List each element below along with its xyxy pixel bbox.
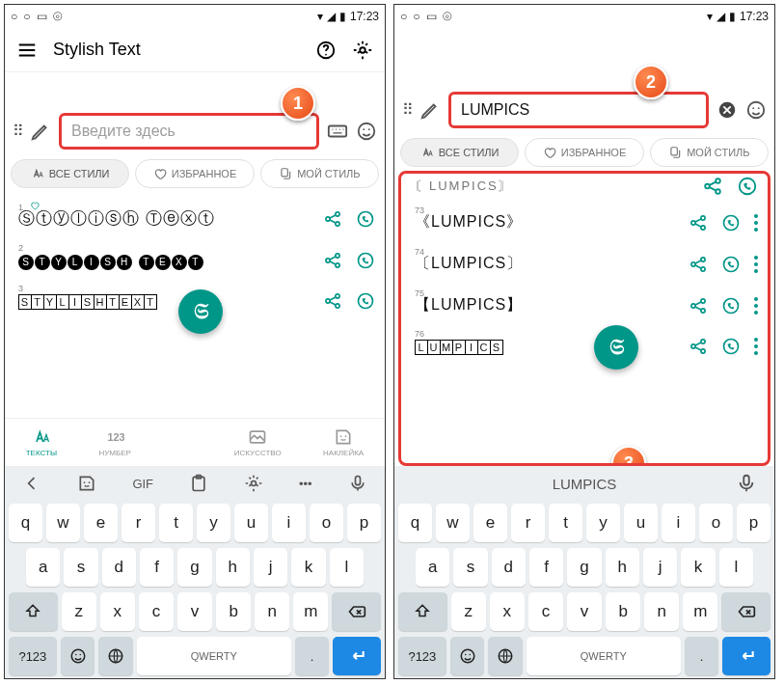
key[interactable]: o [699,504,733,542]
share-icon[interactable] [689,255,708,274]
key[interactable]: s [453,548,487,587]
key[interactable]: j [643,548,677,587]
style-item[interactable]: 76 LUMPICS [401,331,768,362]
key[interactable]: h [216,548,250,587]
key[interactable]: p [737,504,770,542]
sticker-icon[interactable] [77,474,96,493]
globe-key[interactable] [488,637,523,675]
clear-icon[interactable] [716,99,738,121]
key[interactable]: a [416,548,449,587]
key[interactable]: i [662,504,695,542]
share-icon[interactable] [689,213,708,233]
key[interactable]: h [606,548,639,587]
tab-all-styles[interactable]: ВСЕ СТИЛИ [400,138,519,167]
space-key[interactable]: QWERTY [527,637,681,675]
share-icon[interactable] [689,296,708,315]
fab-button[interactable]: 𝔖 [178,289,223,334]
key[interactable]: r [511,504,545,542]
key[interactable]: k [291,548,325,587]
text-input[interactable]: LUMPICS [448,92,709,128]
emoji-key[interactable] [61,637,95,675]
whatsapp-icon[interactable] [356,291,375,311]
tab-my-style[interactable]: МОЙ СТИЛЬ [260,159,379,188]
emoji-icon[interactable] [745,99,767,121]
key[interactable]: l [719,548,753,587]
alt-key[interactable]: ?123 [398,637,446,675]
space-key[interactable]: QWERTY [137,637,291,675]
clipboard-icon[interactable] [189,474,208,493]
style-item[interactable]: 2 STYLISH TEXT [5,245,385,276]
key[interactable]: u [624,504,658,542]
emoji-key[interactable] [450,637,485,675]
key[interactable]: e [84,504,118,542]
key[interactable]: m [293,592,328,631]
key[interactable]: a [26,548,60,587]
shift-key[interactable] [9,592,58,631]
style-item[interactable]: 1 Ⓢⓣⓨⓛⓘⓢⓗ Ⓣⓔⓧⓣ [5,202,385,235]
backspace-key[interactable] [332,592,381,631]
more-icon[interactable] [754,214,758,232]
whatsapp-icon[interactable] [721,296,741,315]
key[interactable]: j [254,548,287,587]
period-key[interactable]: . [685,637,719,675]
more-icon[interactable] [754,338,758,355]
enter-key[interactable] [333,637,381,675]
gif-button[interactable]: GIF [132,477,153,491]
key[interactable]: q [398,504,432,542]
whatsapp-icon[interactable] [721,337,741,356]
whatsapp-icon[interactable] [356,209,375,229]
key[interactable]: b [216,592,251,631]
style-item[interactable]: 74 〔LUMPICS〕 [401,248,768,280]
key[interactable]: n [255,592,289,631]
emoji-icon[interactable] [356,121,377,142]
enter-key[interactable] [722,637,770,675]
style-item[interactable]: 75 【LUMPICS】 [401,289,768,321]
key[interactable]: w [46,504,80,542]
nav-texts[interactable]: ТЕКСТЫ [26,427,57,457]
mic-icon[interactable] [348,474,367,493]
share-icon[interactable] [323,209,342,229]
key[interactable]: u [234,504,268,542]
more-icon[interactable]: ••• [299,477,312,491]
whatsapp-icon[interactable] [721,213,741,233]
nav-art[interactable]: ИСКУССТВО [234,427,282,457]
menu-icon[interactable] [16,40,38,61]
more-icon[interactable] [754,297,758,315]
period-key[interactable]: . [295,637,330,675]
key[interactable]: z [62,592,96,631]
key[interactable]: g [177,548,211,587]
drag-handle-icon[interactable]: ⠿ [402,106,412,114]
help-icon[interactable] [315,40,337,61]
key[interactable]: w [436,504,470,542]
key[interactable]: y [586,504,620,542]
key[interactable]: t [159,504,193,542]
drag-handle-icon[interactable]: ⠿ [13,127,22,135]
share-icon[interactable] [689,337,708,356]
nav-number[interactable]: НУМБЕР [98,427,130,457]
pencil-icon[interactable] [419,99,441,121]
tab-favorites[interactable]: ИЗБРАННОЕ [135,159,254,188]
key[interactable]: p [347,504,381,542]
gear-icon[interactable] [244,474,263,493]
keyboard-icon[interactable] [327,121,348,142]
fab-button[interactable]: 𝔖 [594,325,638,370]
key[interactable]: t [549,504,582,542]
key[interactable]: e [473,504,507,542]
globe-key[interactable] [98,637,133,675]
key[interactable]: c [139,592,174,631]
key[interactable]: k [681,548,715,587]
shift-key[interactable] [398,592,447,631]
style-item[interactable]: 73 《LUMPICS》 [401,206,768,238]
tab-my-style[interactable]: МОЙ СТИЛЬ [650,138,769,167]
key[interactable]: d [102,548,136,587]
tab-favorites[interactable]: ИЗБРАННОЕ [525,138,643,167]
tab-all-styles[interactable]: ВСЕ СТИЛИ [11,159,129,188]
settings-icon[interactable] [352,40,373,61]
share-icon[interactable] [323,291,342,311]
key[interactable]: o [310,504,343,542]
key[interactable]: s [64,548,97,587]
key[interactable]: d [492,548,526,587]
more-icon[interactable] [754,256,758,273]
key[interactable]: i [272,504,306,542]
chevron-left-icon[interactable] [22,474,41,493]
